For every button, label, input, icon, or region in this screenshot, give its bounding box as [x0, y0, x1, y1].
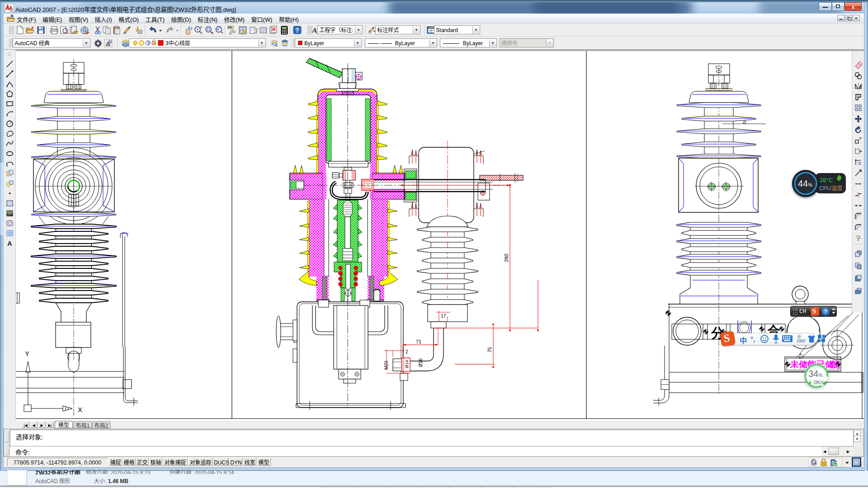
svg-text:75: 75 — [487, 347, 492, 352]
svg-text:2: 2 — [406, 349, 408, 354]
svg-text:?: ? — [295, 27, 299, 34]
svg-text:0K/s: 0K/s — [814, 380, 824, 385]
svg-text:16: 16 — [802, 340, 805, 343]
svg-text:Ø14: Ø14 — [404, 360, 409, 368]
svg-text:A: A — [7, 239, 12, 247]
svg-text:Ø16: Ø16 — [418, 358, 423, 367]
svg-text:Y: Y — [25, 350, 29, 357]
svg-text:280: 280 — [504, 254, 509, 262]
svg-text:17: 17 — [441, 313, 446, 319]
svg-text:71: 71 — [416, 339, 421, 344]
svg-text:M20: M20 — [384, 361, 389, 370]
svg-text:X: X — [78, 406, 82, 413]
